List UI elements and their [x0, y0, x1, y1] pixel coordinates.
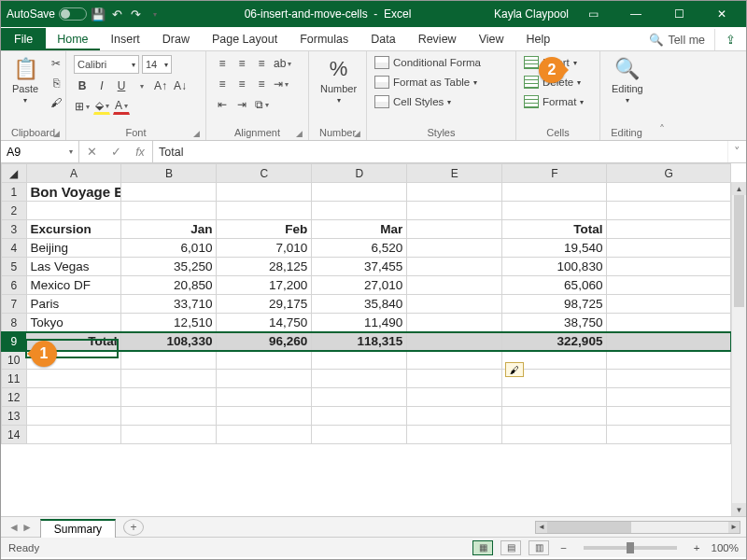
- save-icon[interactable]: 💾: [91, 7, 106, 21]
- merge-button[interactable]: ⧉: [253, 96, 270, 113]
- cell[interactable]: 98,725: [502, 295, 607, 314]
- tab-help[interactable]: Help: [515, 29, 562, 50]
- row-header-2[interactable]: 2: [2, 202, 27, 220]
- select-all-corner[interactable]: ◢: [2, 164, 27, 183]
- zoom-level[interactable]: 100%: [712, 542, 739, 553]
- cell[interactable]: 20,850: [121, 276, 217, 295]
- cell[interactable]: Las Vegas: [26, 258, 121, 276]
- italic-button[interactable]: I: [93, 77, 110, 94]
- cell[interactable]: 12,510: [121, 314, 217, 332]
- scroll-down-icon[interactable]: ▼: [732, 503, 746, 516]
- col-header-G[interactable]: G: [607, 164, 731, 183]
- col-header-F[interactable]: F: [502, 164, 607, 183]
- row-header-14[interactable]: 14: [2, 426, 27, 444]
- tab-review[interactable]: Review: [407, 29, 468, 50]
- normal-view-icon[interactable]: ▦: [472, 540, 493, 555]
- cell[interactable]: Bon Voyage Excursions: [26, 183, 121, 202]
- zoom-in-button[interactable]: +: [690, 542, 704, 553]
- row-header-1[interactable]: 1: [2, 183, 27, 202]
- decrease-indent-icon[interactable]: ⇤: [214, 96, 231, 113]
- cell[interactable]: 96,260: [217, 332, 312, 351]
- cell[interactable]: Mexico DF: [26, 276, 121, 295]
- cell[interactable]: 38,750: [502, 314, 607, 332]
- col-header-C[interactable]: C: [217, 164, 312, 183]
- format-cells-button[interactable]: Format ▾: [524, 94, 584, 109]
- align-left-icon[interactable]: ≡: [214, 76, 231, 92]
- row-header-6[interactable]: 6: [2, 276, 27, 295]
- scroll-left-icon[interactable]: ◄: [536, 522, 547, 533]
- new-sheet-button[interactable]: +: [123, 519, 144, 536]
- number-format-button[interactable]: % Number ▾: [317, 55, 360, 106]
- col-header-D[interactable]: D: [312, 164, 407, 183]
- fx-icon[interactable]: fx: [128, 146, 152, 159]
- sheet-nav-prev-icon[interactable]: ◄: [8, 521, 20, 534]
- cell[interactable]: Mar: [312, 220, 407, 239]
- tab-insert[interactable]: Insert: [100, 29, 151, 50]
- autosave-toggle[interactable]: [59, 7, 87, 21]
- cell[interactable]: Paris: [26, 295, 121, 314]
- orientation-icon[interactable]: ab: [273, 55, 292, 72]
- sheet-nav-next-icon[interactable]: ►: [21, 521, 33, 534]
- align-center-icon[interactable]: ≡: [233, 76, 250, 92]
- bold-button[interactable]: B: [74, 77, 91, 94]
- paste-button[interactable]: 📋 Paste ▾: [8, 55, 42, 106]
- cell[interactable]: 33,710: [121, 295, 217, 314]
- worksheet-grid[interactable]: ◢ A B C D E F G 1Bon Voyage Excursions 2…: [1, 163, 746, 516]
- name-box[interactable]: A9▾: [1, 141, 79, 162]
- editing-button[interactable]: 🔍 Editing ▾: [608, 55, 647, 106]
- horizontal-scrollbar[interactable]: ◄ ►: [535, 521, 740, 534]
- cell[interactable]: 29,175: [217, 295, 312, 314]
- font-color-button[interactable]: A: [113, 98, 130, 115]
- cut-icon[interactable]: ✂: [48, 55, 64, 72]
- cell-styles-button[interactable]: Cell Styles▾: [374, 94, 451, 109]
- font-launcher[interactable]: ◢: [193, 129, 200, 138]
- cell[interactable]: Excursion: [26, 220, 121, 239]
- cell[interactable]: 35,250: [121, 258, 217, 276]
- cell[interactable]: 37,455: [312, 258, 407, 276]
- cell[interactable]: 11,490: [312, 314, 407, 332]
- format-as-table-button[interactable]: Format as Table▾: [374, 75, 477, 90]
- col-header-A[interactable]: A: [26, 164, 121, 183]
- cell[interactable]: 6,520: [312, 239, 407, 258]
- cell[interactable]: 7,010: [217, 239, 312, 258]
- cell[interactable]: 108,330: [121, 332, 217, 351]
- underline-dropdown[interactable]: [133, 77, 149, 94]
- zoom-slider[interactable]: [584, 546, 677, 550]
- row-header-9[interactable]: 9: [2, 332, 27, 351]
- cell[interactable]: 19,540: [502, 239, 607, 258]
- cell[interactable]: 118,315: [312, 332, 407, 351]
- grow-font-icon[interactable]: A↑: [152, 77, 169, 94]
- page-break-view-icon[interactable]: ▥: [529, 540, 549, 555]
- fill-color-button[interactable]: ⬙: [93, 98, 110, 115]
- cell[interactable]: Total: [502, 220, 607, 239]
- tab-file[interactable]: File: [1, 28, 46, 50]
- tab-data[interactable]: Data: [359, 29, 406, 50]
- tab-page-layout[interactable]: Page Layout: [201, 29, 289, 50]
- hscroll-thumb[interactable]: [547, 522, 631, 533]
- vertical-scrollbar[interactable]: ▲ ▼: [731, 182, 746, 516]
- cell[interactable]: Beijing: [26, 239, 121, 258]
- formula-input[interactable]: Total: [153, 141, 727, 162]
- tab-formulas[interactable]: Formulas: [289, 29, 359, 50]
- zoom-out-button[interactable]: −: [557, 542, 571, 553]
- expand-formula-bar-icon[interactable]: ˅: [727, 141, 746, 162]
- cancel-formula-icon[interactable]: ✕: [79, 145, 104, 159]
- format-painter-icon[interactable]: 🖌: [48, 94, 64, 111]
- cell[interactable]: Jan: [121, 220, 217, 239]
- col-header-E[interactable]: E: [407, 164, 502, 183]
- align-top-icon[interactable]: ≡: [214, 55, 231, 72]
- borders-button[interactable]: ⊞: [74, 98, 91, 115]
- row-header-11[interactable]: 11: [2, 370, 27, 388]
- maximize-button[interactable]: ☐: [660, 1, 698, 27]
- font-size-dropdown[interactable]: 14▾: [142, 55, 172, 74]
- row-header-12[interactable]: 12: [2, 388, 27, 407]
- scroll-right-icon[interactable]: ►: [728, 522, 740, 533]
- alignment-launcher[interactable]: ◢: [296, 129, 303, 138]
- cell[interactable]: 14,750: [217, 314, 312, 332]
- row-header-4[interactable]: 4: [2, 239, 27, 258]
- tab-view[interactable]: View: [468, 29, 515, 50]
- ribbon-options-icon[interactable]: ▭: [574, 1, 612, 27]
- collapse-ribbon-icon[interactable]: ˄: [653, 51, 671, 140]
- row-header-5[interactable]: 5: [2, 258, 27, 276]
- align-middle-icon[interactable]: ≡: [233, 55, 250, 72]
